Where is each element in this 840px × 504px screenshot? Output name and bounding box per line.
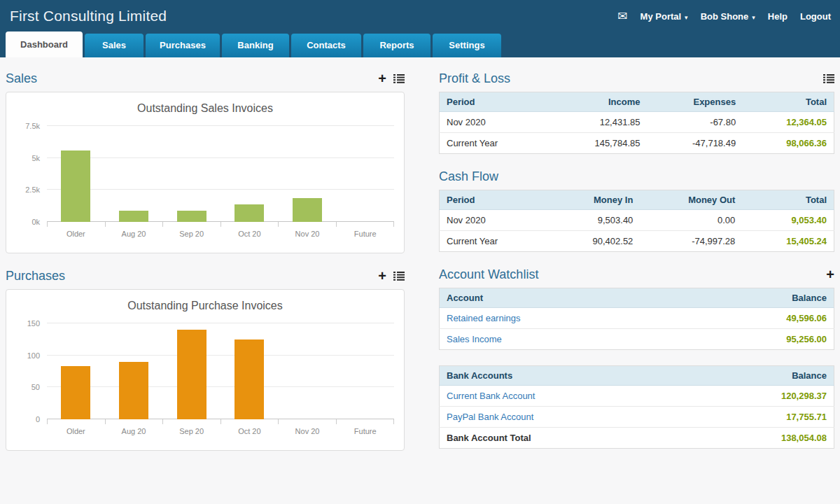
col-period: Period (440, 92, 549, 112)
money-out-cell: 0.00 (640, 210, 742, 231)
table-row: Current Year 145,784.85 -47,718.49 98,06… (440, 133, 834, 154)
x-labels: OlderAug 20Sep 20Oct 20Nov 20Future (47, 424, 394, 435)
x-axis-category-label: Sep 20 (162, 424, 220, 435)
col-balance: Balance (689, 366, 834, 386)
app-header: First Consulting Limited ✉ My Portal ▾ B… (0, 0, 840, 57)
bar (177, 211, 206, 222)
purchases-list-icon[interactable] (393, 272, 405, 281)
table-row: Retained earnings 49,596.06 (440, 308, 834, 329)
col-income: Income (548, 92, 648, 112)
profit-loss-table: Period Income Expenses Total Nov 2020 12… (439, 92, 834, 154)
y-axis-tick-label: 50 (12, 383, 40, 391)
tab-purchases[interactable]: Purchases (146, 34, 220, 57)
table-header-row: Period Income Expenses Total (440, 92, 834, 112)
sales-section-title: Sales (6, 71, 37, 86)
col-total: Total (743, 92, 834, 112)
money-out-cell: -74,997.28 (640, 231, 742, 252)
chevron-down-icon: ▾ (752, 14, 755, 21)
expenses-cell: -67.80 (648, 112, 743, 133)
help-link[interactable]: Help (768, 11, 788, 22)
cash-flow-table: Period Money In Money Out Total Nov 2020… (439, 190, 834, 252)
user-menu[interactable]: Bob Shone ▾ (701, 11, 755, 22)
right-column: Profit & Loss Period Income Expenses (439, 70, 834, 451)
period-cell: Current Year (440, 231, 550, 252)
account-link[interactable]: Sales Income (447, 334, 502, 344)
x-axis-category-label: Older (47, 424, 105, 435)
table-header-row: Period Money In Money Out Total (440, 190, 834, 210)
purchases-chart: 050100150 OlderAug 20Sep 20Oct 20Nov 20F… (6, 323, 404, 435)
bar (61, 150, 90, 222)
bar (234, 340, 264, 419)
money-in-cell: 9,503.40 (549, 210, 640, 231)
col-money-in: Money In (549, 190, 640, 210)
money-in-cell: 90,402.52 (549, 231, 640, 252)
top-menu: ✉ My Portal ▾ Bob Shone ▾ Help Logout (617, 10, 831, 22)
tab-settings[interactable]: Settings (433, 34, 501, 57)
bank-account-link[interactable]: Current Bank Account (447, 391, 535, 401)
y-axis-tick-label: 0 (12, 415, 40, 424)
col-bank-accounts: Bank Accounts (440, 366, 689, 386)
tab-sales[interactable]: Sales (85, 34, 144, 57)
x-axis-category-label: Older (47, 227, 105, 238)
profit-loss-title: Profit & Loss (439, 71, 510, 86)
profit-loss-list-icon[interactable] (823, 74, 834, 83)
sales-chart-title: Outstanding Sales Invoices (6, 102, 404, 115)
logout-link[interactable]: Logout (800, 11, 831, 22)
bank-account-link[interactable]: PayPal Bank Account (447, 412, 533, 422)
period-cell: Nov 2020 (440, 210, 550, 231)
purchases-chart-title: Outstanding Purchase Invoices (6, 300, 404, 312)
bar (293, 198, 322, 222)
x-axis-category-label: Nov 20 (279, 424, 337, 435)
total-cell: 98,066.36 (743, 133, 834, 154)
bank-account-total-value: 138,054.08 (689, 428, 834, 449)
total-cell: 9,053.40 (742, 210, 834, 231)
tab-banking[interactable]: Banking (222, 34, 289, 57)
chevron-down-icon: ▾ (685, 14, 688, 21)
tab-reports[interactable]: Reports (363, 34, 430, 57)
bar (119, 211, 148, 222)
sales-list-icon[interactable] (393, 74, 405, 83)
purchases-section-header: Purchases + (6, 267, 405, 284)
x-axis-category-label: Aug 20 (105, 227, 163, 238)
col-total: Total (742, 190, 834, 210)
purchases-chart-card: Outstanding Purchase Invoices 050100150 … (6, 289, 405, 451)
tab-bar: Dashboard Sales Purchases Banking Contac… (6, 31, 501, 57)
x-axis-category-label: Aug 20 (105, 424, 163, 435)
x-labels: OlderAug 20Sep 20Oct 20Nov 20Future (47, 227, 394, 238)
table-row: Nov 2020 9,503.40 0.00 9,053.40 (440, 210, 834, 231)
my-portal-menu[interactable]: My Portal ▾ (640, 11, 688, 22)
table-row: Nov 2020 12,431.85 -67.80 12,364.05 (440, 112, 834, 133)
y-axis-tick-label: 150 (12, 319, 40, 328)
col-account: Account (440, 288, 683, 308)
sales-new-icon[interactable]: + (378, 73, 386, 84)
account-link[interactable]: Retained earnings (447, 313, 521, 323)
purchases-new-icon[interactable]: + (378, 270, 386, 281)
period-cell: Current Year (440, 133, 549, 154)
tab-dashboard[interactable]: Dashboard (6, 31, 83, 57)
balance-cell: 95,256.00 (682, 329, 834, 350)
left-column: Sales + Outstanding Sales Invoices 0k2.5… (6, 70, 405, 451)
x-axis-category-label: Oct 20 (220, 424, 279, 435)
balance-cell: 120,298.37 (689, 386, 834, 407)
plot-area: 050100150 (47, 323, 394, 419)
table-row: Sales Income 95,256.00 (440, 329, 834, 350)
bar (119, 362, 148, 419)
my-portal-label: My Portal (640, 11, 682, 22)
y-axis-tick-label: 5k (12, 154, 40, 162)
mail-icon[interactable]: ✉ (617, 10, 627, 22)
bar (177, 330, 206, 419)
income-cell: 12,431.85 (548, 112, 648, 133)
watchlist-add-icon[interactable]: + (826, 269, 834, 280)
purchases-section-title: Purchases (6, 269, 65, 284)
account-watchlist-table: Account Balance Retained earnings 49,596… (439, 288, 834, 350)
sales-chart: 0k2.5k5k7.5k OlderAug 20Sep 20Oct 20Nov … (6, 126, 404, 238)
sales-section-header: Sales + (6, 70, 405, 87)
table-header-row: Bank Accounts Balance (440, 366, 834, 386)
table-header-row: Account Balance (440, 288, 834, 308)
cash-flow-header: Cash Flow (439, 168, 834, 185)
x-axis-category-label: Future (336, 227, 394, 238)
bar-series (47, 323, 394, 419)
tab-contacts[interactable]: Contacts (291, 34, 361, 57)
y-axis-tick-label: 100 (12, 351, 40, 360)
bank-account-total-label: Bank Account Total (440, 428, 689, 449)
